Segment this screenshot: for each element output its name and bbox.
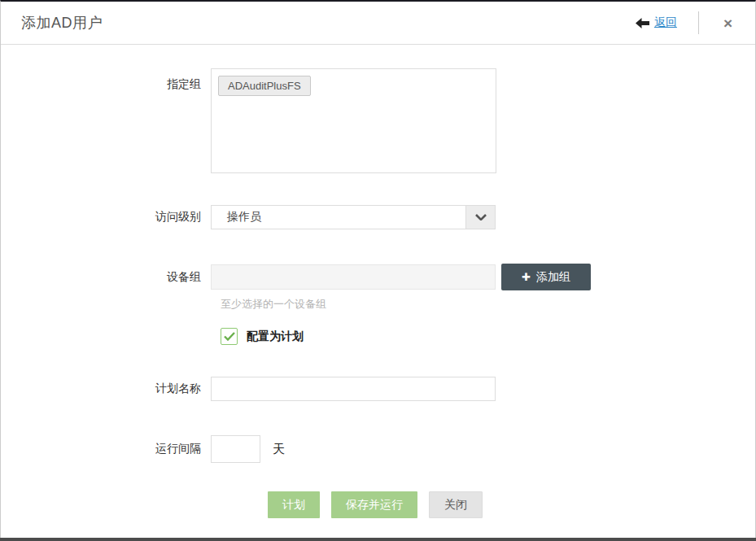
back-link[interactable]: 返回 xyxy=(636,15,677,30)
assigned-group-label: 指定组 xyxy=(1,68,211,92)
access-level-selected-value: 操作员 xyxy=(212,210,465,225)
assigned-group-row: 指定组 ADAuditPlusFS xyxy=(1,68,755,173)
run-interval-label: 运行间隔 xyxy=(1,442,211,456)
device-group-label: 设备组 xyxy=(1,270,211,285)
plus-icon: ✚ xyxy=(522,272,531,282)
access-level-select[interactable]: 操作员 xyxy=(211,205,496,229)
save-and-run-button[interactable]: 保存并运行 xyxy=(331,491,417,518)
schedule-checkbox[interactable] xyxy=(221,328,238,345)
assigned-group-box[interactable]: ADAuditPlusFS xyxy=(211,68,496,173)
run-interval-row: 运行间隔 天 xyxy=(1,435,755,463)
group-tag[interactable]: ADAuditPlusFS xyxy=(218,76,311,96)
close-button[interactable]: 关闭 xyxy=(429,491,483,518)
back-arrow-icon xyxy=(636,18,649,28)
run-interval-unit: 天 xyxy=(273,442,285,457)
footer-buttons: 计划 保存并运行 关闭 xyxy=(1,491,755,518)
access-level-row: 访问级别 操作员 xyxy=(1,205,755,229)
run-interval-input[interactable] xyxy=(211,435,260,463)
schedule-button[interactable]: 计划 xyxy=(268,491,320,518)
chevron-down-icon[interactable] xyxy=(465,206,495,229)
form-area: 指定组 ADAuditPlusFS 访问级别 操作员 设备组 ✚ xyxy=(1,45,755,518)
header-controls: 返回 × xyxy=(636,11,736,34)
add-group-button[interactable]: ✚ 添加组 xyxy=(501,264,591,290)
schedule-name-label: 计划名称 xyxy=(1,382,211,396)
access-level-label: 访问级别 xyxy=(1,210,211,225)
add-group-button-label: 添加组 xyxy=(536,270,570,285)
close-icon[interactable]: × xyxy=(720,14,736,33)
schedule-name-row: 计划名称 xyxy=(1,377,755,401)
device-group-input[interactable] xyxy=(211,264,496,290)
schedule-checkbox-row: 配置为计划 xyxy=(1,328,755,345)
header-divider xyxy=(698,11,699,34)
check-icon xyxy=(224,332,235,341)
page-title: 添加AD用户 xyxy=(21,13,636,33)
device-group-row: 设备组 ✚ 添加组 xyxy=(1,264,755,290)
bottom-edge-bar xyxy=(0,538,756,541)
add-ad-user-dialog: 添加AD用户 返回 × 指定组 ADAuditPlusFS 访 xyxy=(0,0,756,541)
device-group-helper-text: 至少选择的一个设备组 xyxy=(221,297,755,312)
schedule-checkbox-label: 配置为计划 xyxy=(247,329,304,344)
back-link-label: 返回 xyxy=(654,15,677,30)
schedule-name-input[interactable] xyxy=(211,377,496,401)
dialog-header: 添加AD用户 返回 × xyxy=(1,2,755,45)
